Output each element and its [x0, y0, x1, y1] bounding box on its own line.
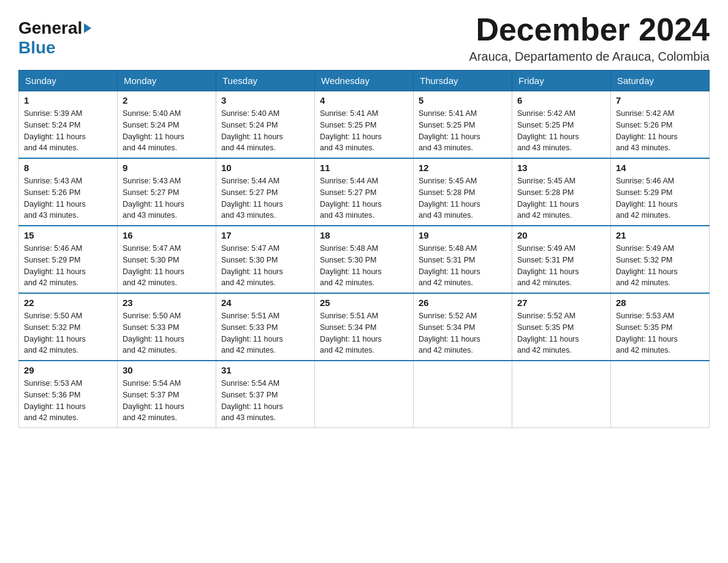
- calendar-day-header: Tuesday: [216, 71, 315, 91]
- day-info: Sunrise: 5:39 AMSunset: 5:24 PMDaylight:…: [24, 108, 112, 154]
- calendar-week-row: 29Sunrise: 5:53 AMSunset: 5:36 PMDayligh…: [19, 361, 710, 428]
- day-number: 3: [221, 95, 309, 105]
- day-number: 16: [123, 230, 211, 240]
- day-number: 22: [24, 297, 112, 308]
- calendar-day-cell: 27Sunrise: 5:52 AMSunset: 5:35 PMDayligh…: [512, 293, 611, 361]
- calendar-table: SundayMondayTuesdayWednesdayThursdayFrid…: [18, 70, 710, 428]
- calendar-day-cell: 31Sunrise: 5:54 AMSunset: 5:37 PMDayligh…: [216, 361, 315, 428]
- day-number: 20: [517, 230, 605, 240]
- calendar-day-cell: [315, 361, 414, 428]
- calendar-day-cell: 8Sunrise: 5:43 AMSunset: 5:26 PMDaylight…: [19, 158, 118, 226]
- calendar-day-cell: 18Sunrise: 5:48 AMSunset: 5:30 PMDayligh…: [315, 226, 414, 293]
- calendar-day-cell: [512, 361, 611, 428]
- logo-blue-text: Blue: [18, 38, 56, 58]
- day-number: 11: [320, 163, 408, 173]
- calendar-day-header: Wednesday: [315, 71, 414, 91]
- day-number: 23: [123, 297, 211, 308]
- day-info: Sunrise: 5:50 AMSunset: 5:33 PMDaylight:…: [123, 310, 211, 356]
- calendar-day-cell: 6Sunrise: 5:42 AMSunset: 5:25 PMDaylight…: [512, 91, 611, 159]
- location-title: Arauca, Departamento de Arauca, Colombia: [469, 50, 710, 64]
- day-info: Sunrise: 5:52 AMSunset: 5:34 PMDaylight:…: [419, 310, 507, 356]
- day-info: Sunrise: 5:53 AMSunset: 5:36 PMDaylight:…: [24, 378, 112, 424]
- calendar-day-cell: 16Sunrise: 5:47 AMSunset: 5:30 PMDayligh…: [118, 226, 216, 293]
- day-number: 5: [419, 95, 507, 105]
- calendar-day-cell: 23Sunrise: 5:50 AMSunset: 5:33 PMDayligh…: [118, 293, 216, 361]
- day-info: Sunrise: 5:51 AMSunset: 5:34 PMDaylight:…: [320, 310, 408, 356]
- calendar-day-cell: 19Sunrise: 5:48 AMSunset: 5:31 PMDayligh…: [414, 226, 512, 293]
- day-info: Sunrise: 5:48 AMSunset: 5:31 PMDaylight:…: [419, 243, 507, 289]
- day-info: Sunrise: 5:50 AMSunset: 5:32 PMDaylight:…: [24, 310, 112, 356]
- calendar-week-row: 1Sunrise: 5:39 AMSunset: 5:24 PMDaylight…: [19, 91, 710, 159]
- calendar-day-cell: 3Sunrise: 5:40 AMSunset: 5:24 PMDaylight…: [216, 91, 315, 159]
- calendar-day-cell: 24Sunrise: 5:51 AMSunset: 5:33 PMDayligh…: [216, 293, 315, 361]
- day-info: Sunrise: 5:52 AMSunset: 5:35 PMDaylight:…: [517, 310, 605, 356]
- day-info: Sunrise: 5:41 AMSunset: 5:25 PMDaylight:…: [320, 108, 408, 154]
- page-header: General Blue December 2024 Arauca, Depar…: [18, 12, 710, 64]
- day-number: 31: [221, 365, 309, 375]
- calendar-day-header: Thursday: [414, 71, 512, 91]
- day-number: 18: [320, 230, 408, 240]
- calendar-day-cell: 17Sunrise: 5:47 AMSunset: 5:30 PMDayligh…: [216, 226, 315, 293]
- day-info: Sunrise: 5:47 AMSunset: 5:30 PMDaylight:…: [123, 243, 211, 289]
- calendar-day-cell: 2Sunrise: 5:40 AMSunset: 5:24 PMDaylight…: [118, 91, 216, 159]
- calendar-week-row: 22Sunrise: 5:50 AMSunset: 5:32 PMDayligh…: [19, 293, 710, 361]
- calendar-day-cell: 25Sunrise: 5:51 AMSunset: 5:34 PMDayligh…: [315, 293, 414, 361]
- calendar-day-cell: 21Sunrise: 5:49 AMSunset: 5:32 PMDayligh…: [611, 226, 710, 293]
- calendar-day-header: Monday: [118, 71, 216, 91]
- calendar-day-cell: 29Sunrise: 5:53 AMSunset: 5:36 PMDayligh…: [19, 361, 118, 428]
- day-number: 28: [616, 297, 704, 308]
- day-info: Sunrise: 5:46 AMSunset: 5:29 PMDaylight:…: [616, 175, 704, 221]
- day-info: Sunrise: 5:42 AMSunset: 5:25 PMDaylight:…: [517, 108, 605, 154]
- day-number: 2: [123, 95, 211, 105]
- day-info: Sunrise: 5:40 AMSunset: 5:24 PMDaylight:…: [123, 108, 211, 154]
- month-title: December 2024: [469, 12, 710, 47]
- calendar-day-cell: [611, 361, 710, 428]
- day-info: Sunrise: 5:49 AMSunset: 5:31 PMDaylight:…: [517, 243, 605, 289]
- day-number: 13: [517, 163, 605, 173]
- day-number: 29: [24, 365, 112, 375]
- day-number: 24: [221, 297, 309, 308]
- calendar-header-row: SundayMondayTuesdayWednesdayThursdayFrid…: [19, 71, 710, 91]
- day-info: Sunrise: 5:43 AMSunset: 5:26 PMDaylight:…: [24, 175, 112, 221]
- day-info: Sunrise: 5:43 AMSunset: 5:27 PMDaylight:…: [123, 175, 211, 221]
- day-info: Sunrise: 5:45 AMSunset: 5:28 PMDaylight:…: [419, 175, 507, 221]
- logo-arrow-icon: [84, 23, 91, 33]
- day-info: Sunrise: 5:54 AMSunset: 5:37 PMDaylight:…: [123, 378, 211, 424]
- day-number: 30: [123, 365, 211, 375]
- calendar-day-cell: 30Sunrise: 5:54 AMSunset: 5:37 PMDayligh…: [118, 361, 216, 428]
- day-number: 8: [24, 163, 112, 173]
- day-number: 27: [517, 297, 605, 308]
- day-number: 6: [517, 95, 605, 105]
- calendar-day-cell: 15Sunrise: 5:46 AMSunset: 5:29 PMDayligh…: [19, 226, 118, 293]
- day-info: Sunrise: 5:54 AMSunset: 5:37 PMDaylight:…: [221, 378, 309, 424]
- calendar-day-cell: 13Sunrise: 5:45 AMSunset: 5:28 PMDayligh…: [512, 158, 611, 226]
- calendar-day-cell: 26Sunrise: 5:52 AMSunset: 5:34 PMDayligh…: [414, 293, 512, 361]
- day-number: 26: [419, 297, 507, 308]
- day-number: 10: [221, 163, 309, 173]
- day-info: Sunrise: 5:51 AMSunset: 5:33 PMDaylight:…: [221, 310, 309, 356]
- calendar-week-row: 15Sunrise: 5:46 AMSunset: 5:29 PMDayligh…: [19, 226, 710, 293]
- calendar-week-row: 8Sunrise: 5:43 AMSunset: 5:26 PMDaylight…: [19, 158, 710, 226]
- day-info: Sunrise: 5:42 AMSunset: 5:26 PMDaylight:…: [616, 108, 704, 154]
- day-number: 21: [616, 230, 704, 240]
- day-info: Sunrise: 5:40 AMSunset: 5:24 PMDaylight:…: [221, 108, 309, 154]
- calendar-day-cell: 11Sunrise: 5:44 AMSunset: 5:27 PMDayligh…: [315, 158, 414, 226]
- calendar-day-cell: 9Sunrise: 5:43 AMSunset: 5:27 PMDaylight…: [118, 158, 216, 226]
- calendar-day-cell: 12Sunrise: 5:45 AMSunset: 5:28 PMDayligh…: [414, 158, 512, 226]
- calendar-day-cell: 4Sunrise: 5:41 AMSunset: 5:25 PMDaylight…: [315, 91, 414, 159]
- calendar-day-header: Sunday: [19, 71, 118, 91]
- day-info: Sunrise: 5:41 AMSunset: 5:25 PMDaylight:…: [419, 108, 507, 154]
- day-info: Sunrise: 5:47 AMSunset: 5:30 PMDaylight:…: [221, 243, 309, 289]
- calendar-day-cell: 28Sunrise: 5:53 AMSunset: 5:35 PMDayligh…: [611, 293, 710, 361]
- calendar-day-cell: 7Sunrise: 5:42 AMSunset: 5:26 PMDaylight…: [611, 91, 710, 159]
- calendar-day-cell: 10Sunrise: 5:44 AMSunset: 5:27 PMDayligh…: [216, 158, 315, 226]
- day-number: 4: [320, 95, 408, 105]
- day-number: 7: [616, 95, 704, 105]
- logo-general-text: General: [18, 18, 82, 38]
- calendar-day-cell: 14Sunrise: 5:46 AMSunset: 5:29 PMDayligh…: [611, 158, 710, 226]
- calendar-day-cell: 5Sunrise: 5:41 AMSunset: 5:25 PMDaylight…: [414, 91, 512, 159]
- day-info: Sunrise: 5:46 AMSunset: 5:29 PMDaylight:…: [24, 243, 112, 289]
- day-number: 19: [419, 230, 507, 240]
- day-number: 17: [221, 230, 309, 240]
- calendar-day-cell: [414, 361, 512, 428]
